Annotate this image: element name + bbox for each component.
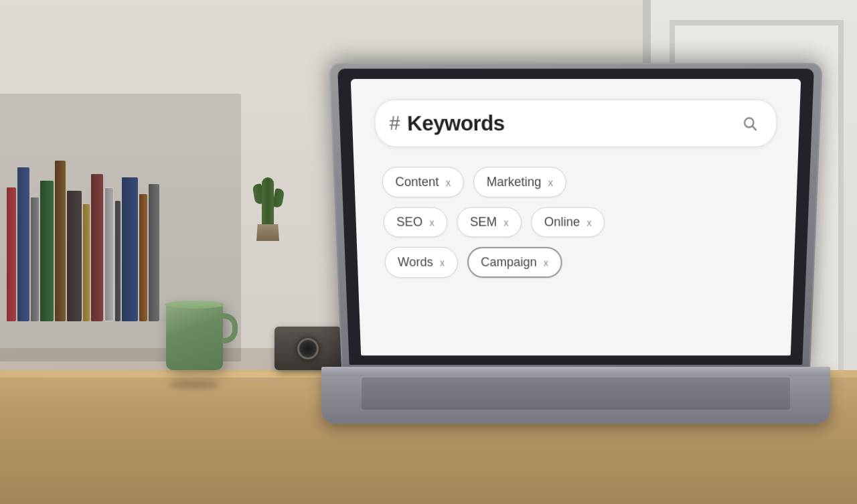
- camera-body: [275, 327, 341, 370]
- laptop-keyboard: [362, 377, 790, 410]
- book-3: [31, 197, 39, 321]
- book-10: [115, 201, 121, 321]
- cactus-pot: [256, 224, 279, 241]
- camera-lens: [297, 338, 319, 359]
- mug-body: [166, 303, 223, 370]
- tags-row-2: SEO x SEM x Online x: [383, 207, 774, 238]
- cactus-body: [262, 177, 274, 228]
- book-1: [7, 187, 16, 321]
- tag-campaign-close[interactable]: x: [544, 257, 548, 268]
- tag-content-label: Content: [395, 175, 439, 189]
- book-13: [149, 184, 159, 321]
- mug-shadow: [169, 381, 220, 389]
- tag-words[interactable]: Words x: [384, 247, 458, 278]
- tag-seo[interactable]: SEO x: [383, 207, 448, 238]
- tag-sem[interactable]: SEM x: [457, 207, 522, 238]
- laptop-base-top: [321, 367, 830, 376]
- hash-symbol: #: [389, 112, 400, 135]
- laptop-base: [321, 367, 830, 424]
- tag-words-close[interactable]: x: [440, 257, 445, 268]
- search-bar[interactable]: # Keywords: [374, 99, 777, 147]
- tag-online-close[interactable]: x: [587, 217, 591, 228]
- tag-campaign[interactable]: Campaign x: [467, 247, 562, 278]
- screen-content: # Keywords: [351, 79, 801, 355]
- tag-seo-close[interactable]: x: [429, 217, 435, 228]
- mug-top: [165, 301, 224, 309]
- tags-row-3: Words x Campaign x: [384, 247, 773, 278]
- book-9: [104, 187, 114, 321]
- book-11: [122, 177, 138, 321]
- tag-marketing[interactable]: Marketing x: [473, 167, 566, 197]
- tag-marketing-label: Marketing: [487, 175, 542, 189]
- cactus-arm-right: [272, 188, 285, 208]
- tag-campaign-label: Campaign: [481, 255, 537, 270]
- svg-line-1: [753, 127, 756, 130]
- coffee-mug: [166, 303, 233, 384]
- books-area: [0, 54, 241, 308]
- tag-online[interactable]: Online x: [531, 207, 605, 238]
- tags-area: Content x Marketing x: [376, 167, 775, 278]
- book-2: [17, 167, 29, 321]
- book-6: [67, 191, 82, 321]
- search-icon[interactable]: [736, 110, 763, 137]
- search-keywords-text: Keywords: [407, 111, 738, 136]
- tags-row-1: Content x Marketing x: [382, 167, 775, 197]
- tag-marketing-close[interactable]: x: [548, 177, 553, 188]
- tag-online-label: Online: [544, 215, 580, 230]
- laptop-screen: # Keywords: [351, 79, 801, 355]
- tag-sem-close[interactable]: x: [503, 217, 508, 228]
- laptop-screen-bezel: # Keywords: [337, 69, 814, 365]
- book-5: [55, 161, 66, 321]
- tag-content-close[interactable]: x: [446, 177, 451, 188]
- tag-words-label: Words: [398, 255, 433, 270]
- tag-sem-label: SEM: [470, 215, 497, 230]
- books-container: [7, 134, 159, 321]
- book-12: [139, 194, 147, 321]
- book-7: [83, 204, 90, 321]
- tag-seo-label: SEO: [396, 215, 423, 230]
- laptop-lid: # Keywords: [329, 63, 823, 370]
- book-8: [91, 174, 103, 321]
- cactus: [251, 154, 285, 241]
- scene: # Keywords: [0, 0, 857, 504]
- tag-content[interactable]: Content x: [382, 167, 464, 197]
- book-4: [40, 181, 54, 321]
